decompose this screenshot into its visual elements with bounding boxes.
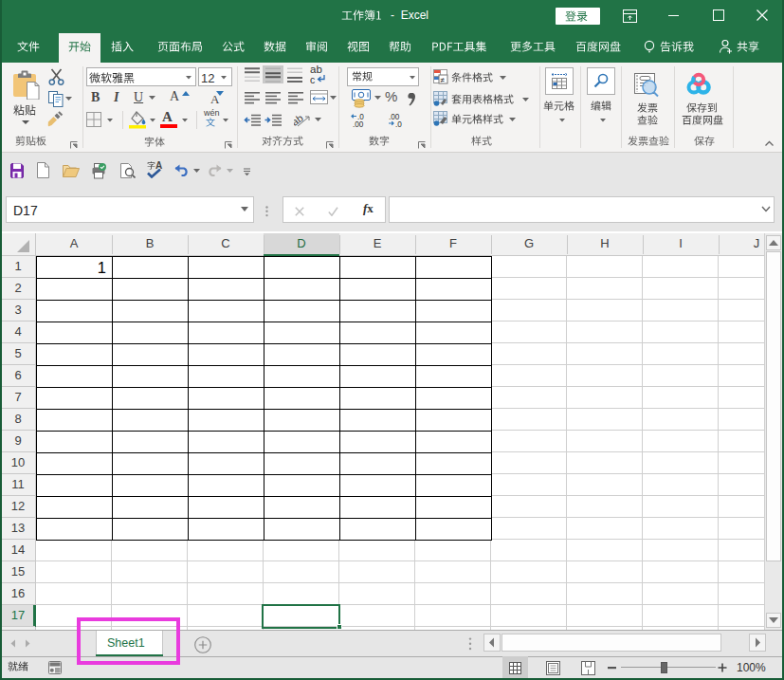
svg-text:≠: ≠ bbox=[441, 76, 446, 84]
svg-text:c: c bbox=[310, 75, 315, 84]
svg-text:.00: .00 bbox=[353, 120, 364, 128]
svg-text:.0: .0 bbox=[395, 120, 402, 128]
